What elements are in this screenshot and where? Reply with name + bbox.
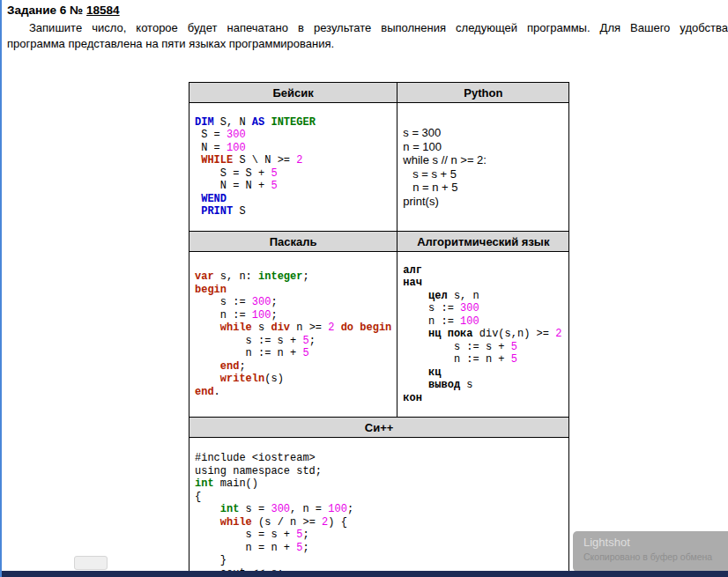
code-line: WEND <box>195 193 391 206</box>
code-line: кон <box>403 392 563 405</box>
cell-cpp: #include <iostream>using namespace std;i… <box>189 438 569 577</box>
code-line: int main() <box>195 477 563 491</box>
table-code-row-2: var s, n: integer;begin s := 300; n := 1… <box>189 252 569 418</box>
code-line: S = 300 <box>195 129 391 142</box>
header-basic: Бейсик <box>189 83 397 103</box>
code-line: #include <iostream> <box>195 452 563 465</box>
code-line: n := n + 5 <box>195 347 391 360</box>
bottom-bar <box>0 571 728 577</box>
code-basic: DIM S, N AS INTEGER S = 300 N = 100 WHIL… <box>195 116 391 218</box>
code-line: алг <box>403 264 563 277</box>
cell-pascal: var s, n: integer;begin s := 300; n := 1… <box>189 252 397 418</box>
table-header-row-1: Бейсик Python <box>189 83 569 103</box>
code-algo: алгнач цел s, n s := 300 n := 100 нц пок… <box>403 264 563 405</box>
code-line: s := s + 5; <box>195 335 391 348</box>
code-line: s := 300 <box>403 302 563 315</box>
code-line: s := 300; <box>195 296 391 309</box>
lightshot-caption: Скопировано в буфер обмена <box>583 551 728 562</box>
table-header-row-3: Си++ <box>189 418 569 438</box>
header-python: Python <box>397 83 569 103</box>
task-description-line2: программа представлена на пяти языках пр… <box>7 36 728 52</box>
code-line: n = n + 5; <box>195 542 563 555</box>
code-line: } <box>195 554 563 567</box>
code-line: print(s) <box>403 195 563 209</box>
task-description-line1: Запишите число, которое будет напечатано… <box>7 20 728 36</box>
code-line: var s, n: integer; <box>195 270 391 284</box>
code-line: кц <box>403 366 563 380</box>
code-python: s = 300n = 100while s // n >= 2: s = s +… <box>403 126 563 208</box>
code-line: using namespace std; <box>195 465 563 478</box>
code-cpp: #include <iostream>using namespace std;i… <box>195 452 563 577</box>
code-line: нач <box>403 277 563 290</box>
code-line: end; <box>195 360 391 374</box>
code-line: нц пока div(s,n) >= 2 <box>403 328 563 341</box>
code-line: while (s / n >= 2) { <box>195 516 563 529</box>
code-line: while s div n >= 2 do begin <box>195 322 391 335</box>
left-edge-line <box>0 0 2 577</box>
code-line: n := 100; <box>195 309 391 322</box>
code-line: DIM S, N AS INTEGER <box>195 116 391 129</box>
code-line: WHILE S \ N >= 2 <box>195 154 391 167</box>
code-line: begin <box>195 284 391 297</box>
code-line: s = 300 <box>403 126 563 140</box>
lightshot-overlay: Lightshot Скопировано в буфер обмена <box>573 531 728 572</box>
code-line: вывод s <box>403 379 563 392</box>
code-line: int s = 300, n = 100; <box>195 503 563 516</box>
code-line: цел s, n <box>403 290 563 303</box>
code-line: { <box>195 491 563 504</box>
code-line: s = s + 5 <box>403 167 563 181</box>
code-line: end. <box>195 386 391 399</box>
code-line: PRINT S <box>195 205 391 218</box>
code-line: while s // n >= 2: <box>403 153 563 167</box>
cell-python: s = 300n = 100while s // n >= 2: s = s +… <box>397 103 569 232</box>
code-line: s = s + 5; <box>195 529 563 542</box>
code-line: writeln(s) <box>195 373 391 386</box>
page-title: Задание 6 №18584 <box>7 4 120 17</box>
code-line: n := n + 5 <box>403 353 563 366</box>
code-line: n = 100 <box>403 140 563 154</box>
code-line: N = N + 5 <box>195 180 391 193</box>
table-code-row-3: #include <iostream>using namespace std;i… <box>189 438 569 577</box>
code-line: s := s + 5 <box>403 341 563 354</box>
programs-table: Бейсик Python DIM S, N AS INTEGER S = 30… <box>189 82 569 577</box>
task-page: Задание 6 №18584 Запишите число, которое… <box>0 0 728 577</box>
code-line: N = 100 <box>195 142 391 155</box>
table-header-row-2: Паскаль Алгоритмический язык <box>189 232 569 252</box>
code-line: n = n + 5 <box>403 181 563 195</box>
status-pill <box>74 556 108 570</box>
header-algo: Алгоритмический язык <box>397 232 569 252</box>
cell-algo: алгнач цел s, n s := 300 n := 100 нц пок… <box>397 252 569 418</box>
task-description: Запишите число, которое будет напечатано… <box>7 20 728 51</box>
cell-basic: DIM S, N AS INTEGER S = 300 N = 100 WHIL… <box>189 103 397 232</box>
table-code-row-1: DIM S, N AS INTEGER S = 300 N = 100 WHIL… <box>189 103 569 232</box>
task-label: Задание 6 № <box>7 4 83 17</box>
header-pascal: Паскаль <box>189 232 397 252</box>
code-line: n := 100 <box>403 315 563 329</box>
lightshot-app-name: Lightshot <box>583 536 728 549</box>
task-number-link[interactable]: 18584 <box>86 4 120 17</box>
code-pascal: var s, n: integer;begin s := 300; n := 1… <box>195 270 391 398</box>
code-line: S = S + 5 <box>195 167 391 181</box>
header-cpp: Си++ <box>189 418 569 438</box>
